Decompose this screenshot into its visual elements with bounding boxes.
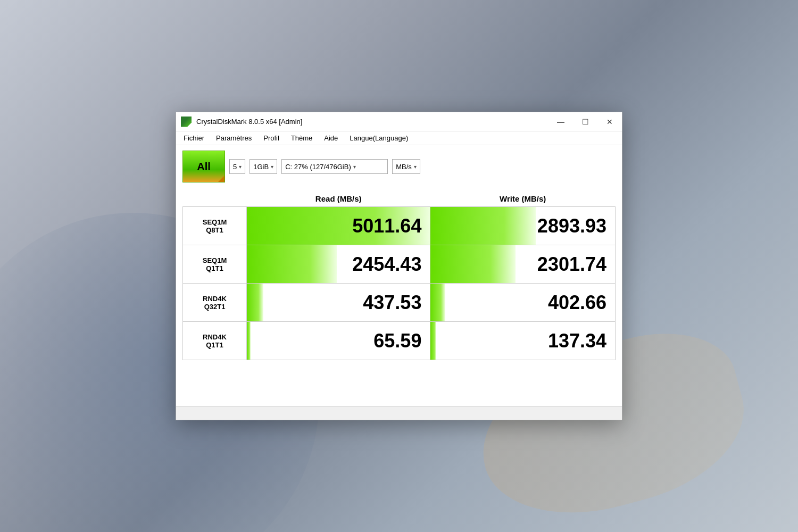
- row-label-1: SEQ1M Q1T1: [183, 245, 247, 284]
- menu-parametres[interactable]: Paramètres: [211, 132, 257, 144]
- menu-theme[interactable]: Thème: [286, 132, 318, 144]
- main-content: Read (MB/s) Write (MB/s) SEQ1M Q8T1 5011…: [176, 188, 622, 406]
- minimize-button[interactable]: —: [548, 112, 573, 131]
- row-label-0: SEQ1M Q8T1: [183, 207, 247, 245]
- write-cell-0: 2893.93: [430, 207, 616, 245]
- read-cell-2: 437.53: [247, 284, 430, 322]
- benchmark-table: Read (MB/s) Write (MB/s) SEQ1M Q8T1 5011…: [182, 192, 616, 360]
- title-bar: CrystalDiskMark 8.0.5 x64 [Admin] — ☐ ✕: [176, 112, 622, 131]
- menu-profil[interactable]: Profil: [258, 132, 285, 144]
- status-bar: [176, 406, 622, 420]
- read-cell-0: 5011.64: [247, 207, 430, 245]
- size-dropdown-arrow: ▾: [271, 164, 273, 170]
- app-window: CrystalDiskMark 8.0.5 x64 [Admin] — ☐ ✕ …: [176, 112, 622, 420]
- write-value-2: 402.66: [430, 284, 615, 321]
- count-dropdown-arrow: ▾: [239, 164, 242, 170]
- read-value-3: 65.59: [247, 322, 430, 360]
- read-header: Read (MB/s): [247, 192, 430, 207]
- menu-fichier[interactable]: Fichier: [178, 132, 210, 144]
- table-row: SEQ1M Q8T1 5011.64 2893.93: [183, 207, 616, 245]
- window-title: CrystalDiskMark 8.0.5 x64 [Admin]: [196, 118, 548, 126]
- write-value-3: 137.34: [430, 322, 615, 360]
- row-label-2: RND4K Q32T1: [183, 284, 247, 322]
- label-header: [183, 192, 247, 207]
- app-icon: [180, 116, 192, 128]
- maximize-button[interactable]: ☐: [573, 112, 597, 131]
- count-dropdown[interactable]: 5 ▾: [229, 159, 245, 174]
- read-cell-1: 2454.43: [247, 245, 430, 284]
- write-header: Write (MB/s): [430, 192, 616, 207]
- size-dropdown[interactable]: 1GiB ▾: [250, 159, 277, 174]
- window-controls: — ☐ ✕: [548, 112, 622, 131]
- write-value-1: 2301.74: [430, 245, 615, 283]
- menu-aide[interactable]: Aide: [319, 132, 343, 144]
- cdm-logo: [181, 117, 192, 127]
- read-value-1: 2454.43: [247, 245, 430, 283]
- read-cell-3: 65.59: [247, 322, 430, 360]
- table-header-row: Read (MB/s) Write (MB/s): [183, 192, 616, 207]
- row-label-3: RND4K Q1T1: [183, 322, 247, 360]
- toolbar: All 5 ▾ 1GiB ▾ C: 27% (127/476GiB) ▾ MB/…: [176, 145, 622, 188]
- write-cell-3: 137.34: [430, 322, 616, 360]
- unit-dropdown-arrow: ▾: [414, 164, 417, 170]
- close-button[interactable]: ✕: [597, 112, 622, 131]
- table-row: RND4K Q1T1 65.59 137.34: [183, 322, 616, 360]
- table-row: RND4K Q32T1 437.53 402.66: [183, 284, 616, 322]
- read-value-2: 437.53: [247, 284, 430, 321]
- unit-dropdown[interactable]: MB/s ▾: [392, 159, 420, 174]
- all-button[interactable]: All: [182, 151, 225, 182]
- table-row: SEQ1M Q1T1 2454.43 2301.74: [183, 245, 616, 284]
- menu-langue[interactable]: Langue(Language): [344, 132, 413, 144]
- write-value-0: 2893.93: [430, 207, 615, 245]
- drive-dropdown-arrow: ▾: [353, 164, 356, 170]
- write-cell-2: 402.66: [430, 284, 616, 322]
- write-cell-1: 2301.74: [430, 245, 616, 284]
- drive-dropdown[interactable]: C: 27% (127/476GiB) ▾: [281, 159, 388, 174]
- menu-bar: Fichier Paramètres Profil Thème Aide Lan…: [176, 131, 622, 145]
- read-value-0: 5011.64: [247, 207, 430, 245]
